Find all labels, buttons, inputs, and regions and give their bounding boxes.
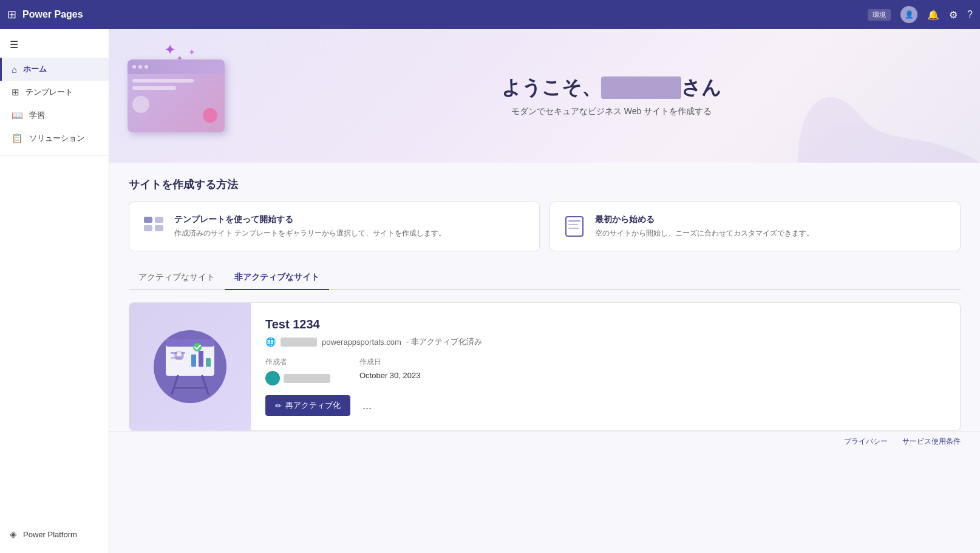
username-blurred: xxxxxxx bbox=[601, 76, 682, 99]
svg-rect-4 bbox=[566, 217, 583, 236]
tabs-row: アクティブなサイト 非アクティブなサイト bbox=[129, 266, 961, 290]
sidebar-item-power-platform[interactable]: ◈ Power Platform bbox=[0, 523, 109, 546]
svg-rect-10 bbox=[166, 339, 214, 347]
svg-rect-0 bbox=[144, 217, 152, 223]
card-template-title: テンプレートを使って開始する bbox=[174, 214, 446, 225]
create-card-template[interactable]: テンプレートを使って開始する 作成済みのサイト テンプレートをギャラリーから選択… bbox=[129, 202, 540, 251]
more-options-button[interactable]: ... bbox=[358, 397, 376, 415]
sparkle-sm-icon: ✦ bbox=[188, 47, 196, 57]
card-scratch-icon bbox=[562, 214, 587, 239]
svg-rect-2 bbox=[144, 225, 152, 231]
sidebar-item-home-label: ホーム bbox=[23, 64, 47, 75]
card-template-icon bbox=[141, 214, 166, 239]
create-section-title: サイトを作成する方法 bbox=[129, 177, 961, 192]
hero-browser-illustration bbox=[128, 59, 225, 132]
svg-rect-5 bbox=[568, 220, 580, 222]
site-thumbnail bbox=[129, 303, 251, 430]
terms-link[interactable]: サービス使用条件 bbox=[902, 436, 961, 447]
site-actions: ✏ 再アクティブ化 ... bbox=[265, 395, 945, 416]
user-avatar: 👤 bbox=[900, 6, 917, 23]
site-url-row: 🌐 xxxxxxxx powerappsportals.com - 非アクティブ… bbox=[265, 336, 945, 347]
home-icon: ⌂ bbox=[12, 64, 17, 75]
card-scratch-content: 最初から始める 空のサイトから開始し、ニーズに合わせてカスタマイズできます。 bbox=[595, 214, 814, 239]
env-badge[interactable]: 環境 bbox=[868, 9, 891, 21]
topbar: ⊞ Power Pages 環境 👤 🔔 ⚙ ? bbox=[0, 0, 980, 29]
reactivate-icon: ✏ bbox=[275, 401, 282, 410]
svg-rect-1 bbox=[155, 217, 163, 223]
site-author-section: 作成者 xxxxxxxxxx bbox=[265, 357, 330, 385]
create-cards-row: テンプレートを使って開始する 作成済みのサイト テンプレートをギャラリーから選択… bbox=[129, 202, 961, 251]
card-scratch-desc: 空のサイトから開始し、ニーズに合わせてカスタマイズできます。 bbox=[595, 228, 814, 239]
reactivate-label: 再アクティブ化 bbox=[285, 400, 341, 411]
privacy-link[interactable]: プライバシー bbox=[844, 436, 888, 447]
reactivate-button[interactable]: ✏ 再アクティブ化 bbox=[265, 395, 350, 416]
hamburger-button[interactable]: ☰ bbox=[0, 34, 109, 55]
sidebar-item-solutions-label: ソリューション bbox=[29, 133, 84, 144]
welcome-prefix: ようこそ、 bbox=[502, 76, 601, 98]
welcome-suffix: さん bbox=[681, 76, 721, 98]
hero-banner: ✦ ✦ ✦ bbox=[109, 29, 980, 163]
avatar-icon[interactable]: 👤 bbox=[900, 6, 917, 23]
main-layout: ☰ ⌂ ホーム ⊞ テンプレート 📖 学習 📋 ソリューション ◈ Power … bbox=[0, 29, 980, 553]
sidebar-item-solutions[interactable]: 📋 ソリューション bbox=[0, 127, 109, 150]
topbar-actions: 環境 👤 🔔 ⚙ ? bbox=[868, 6, 973, 23]
created-label: 作成日 bbox=[359, 357, 420, 367]
svg-point-17 bbox=[177, 351, 182, 356]
svg-rect-6 bbox=[568, 224, 578, 225]
template-icon: ⊞ bbox=[12, 87, 19, 98]
tab-inactive-sites[interactable]: 非アクティブなサイト bbox=[225, 266, 329, 290]
footer: プライバシー サービス使用条件 bbox=[109, 431, 980, 452]
create-section: サイトを作成する方法 テンプレートを使って開始する 作成済みのサイト テンプレー… bbox=[109, 163, 980, 266]
svg-rect-15 bbox=[206, 358, 211, 367]
site-meta: 作成者 xxxxxxxxxx 作成日 October 30, 2023 bbox=[265, 357, 945, 385]
sidebar-item-learning-label: 学習 bbox=[29, 110, 45, 121]
app-title: Power Pages bbox=[22, 9, 862, 20]
globe-icon: 🌐 bbox=[265, 337, 276, 347]
site-card: Test 1234 🌐 xxxxxxxx powerappsportals.co… bbox=[129, 302, 961, 431]
site-status: - 非アクティブ化済み bbox=[406, 336, 482, 347]
site-url-prefix: xxxxxxxx bbox=[281, 338, 317, 347]
sidebar-item-learning[interactable]: 📖 学習 bbox=[0, 104, 109, 127]
site-name: Test 1234 bbox=[265, 317, 945, 331]
svg-rect-3 bbox=[155, 225, 163, 231]
settings-icon[interactable]: ⚙ bbox=[949, 9, 958, 21]
tab-active-sites[interactable]: アクティブなサイト bbox=[129, 266, 225, 290]
sidebar-item-home[interactable]: ⌂ ホーム bbox=[0, 58, 109, 81]
sidebar: ☰ ⌂ ホーム ⊞ テンプレート 📖 学習 📋 ソリューション ◈ Power … bbox=[0, 29, 109, 553]
card-template-content: テンプレートを使って開始する 作成済みのサイト テンプレートをギャラリーから選択… bbox=[174, 214, 446, 239]
power-platform-label: Power Platform bbox=[23, 530, 77, 539]
content-area: ✦ ✦ ✦ bbox=[109, 29, 980, 553]
svg-rect-14 bbox=[199, 351, 203, 367]
site-url-domain: powerappsportals.com bbox=[322, 338, 401, 347]
author-label: 作成者 bbox=[265, 357, 330, 367]
card-template-desc: 作成済みのサイト テンプレートをギャラリーから選択して、サイトを作成します。 bbox=[174, 228, 446, 239]
created-date: October 30, 2023 bbox=[359, 371, 420, 380]
apps-icon[interactable]: ⊞ bbox=[7, 8, 16, 21]
sidebar-divider bbox=[0, 155, 109, 155]
help-icon[interactable]: ? bbox=[967, 9, 973, 20]
more-icon: ... bbox=[362, 399, 372, 412]
sidebar-item-template[interactable]: ⊞ テンプレート bbox=[0, 81, 109, 104]
solutions-icon: 📋 bbox=[12, 133, 23, 144]
svg-rect-7 bbox=[568, 228, 579, 229]
power-platform-icon: ◈ bbox=[10, 529, 17, 540]
author-row: xxxxxxxxxx bbox=[265, 371, 330, 385]
author-avatar bbox=[265, 371, 280, 385]
site-created-section: 作成日 October 30, 2023 bbox=[359, 357, 420, 385]
site-card-info: Test 1234 🌐 xxxxxxxx powerappsportals.co… bbox=[251, 303, 960, 430]
create-card-scratch[interactable]: 最初から始める 空のサイトから開始し、ニーズに合わせてカスタマイズできます。 bbox=[550, 202, 961, 251]
learning-icon: 📖 bbox=[12, 110, 23, 121]
sidebar-item-template-label: テンプレート bbox=[26, 87, 73, 98]
notification-icon[interactable]: 🔔 bbox=[927, 9, 939, 21]
svg-rect-13 bbox=[191, 355, 196, 367]
author-name-blurred: xxxxxxxxxx bbox=[284, 374, 330, 383]
hero-illustration: ✦ ✦ ✦ bbox=[109, 29, 243, 163]
sparkle-icon: ✦ bbox=[164, 41, 176, 58]
card-scratch-title: 最初から始める bbox=[595, 214, 814, 225]
tabs-section: アクティブなサイト 非アクティブなサイト bbox=[109, 266, 980, 290]
hero-wave-decoration bbox=[798, 53, 980, 163]
